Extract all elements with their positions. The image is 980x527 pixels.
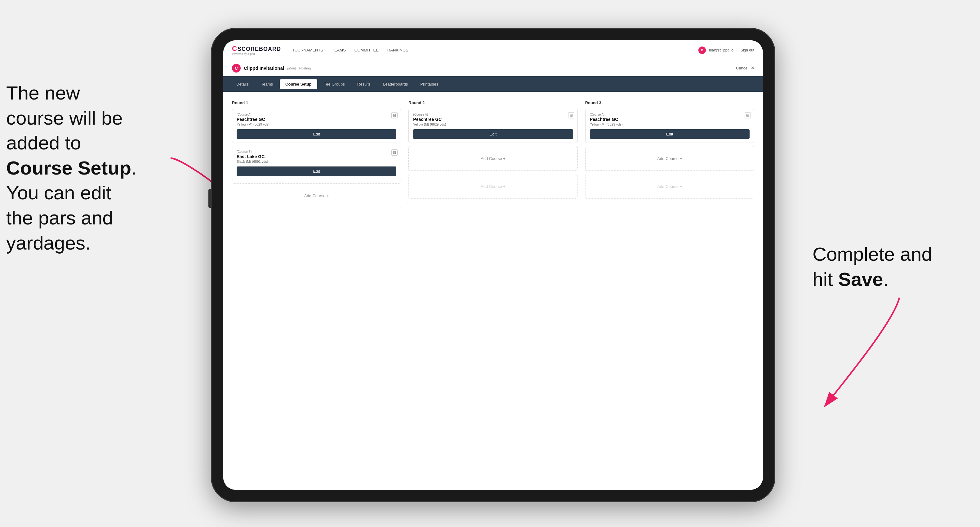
brand-logo-c: C	[232, 44, 237, 53]
avatar: B	[698, 46, 706, 54]
tab-leaderboards[interactable]: Leaderboards	[377, 79, 414, 89]
nav-user: B blair@clippd.io | Sign out	[698, 46, 754, 54]
round-1-column: Round 1 ⊟ (Course A) Peachtree GC Yellow…	[232, 100, 401, 211]
add-course-r3[interactable]: Add Course +	[585, 146, 754, 171]
nav-links: TOURNAMENTS TEAMS COMMITTEE RANKINGS	[292, 48, 698, 52]
nav-rankings[interactable]: RANKINGS	[387, 48, 409, 52]
main-content: Round 1 ⊟ (Course A) Peachtree GC Yellow…	[223, 92, 763, 490]
edit-button-r3-a[interactable]: Edit	[590, 129, 749, 139]
annotation-right: Complete and hit Save.	[813, 242, 974, 292]
tabs-bar: Details Teams Course Setup Tee Groups Re…	[223, 76, 763, 92]
brand: C SCOREBOARD Powered by clippd	[232, 44, 281, 56]
course-card-r1-a: ⊟ (Course A) Peachtree GC Yellow (M) (66…	[232, 109, 401, 143]
tournament-info: C Clippd Invitational (Men) Hosting	[232, 64, 311, 73]
tablet-device: C SCOREBOARD Powered by clippd TOURNAMEN…	[211, 28, 775, 502]
cancel-button[interactable]: Cancel ✕	[736, 66, 754, 70]
course-card-r3-a: ⊟ (Course A) Peachtree GC Yellow (M) (66…	[585, 109, 754, 143]
delete-course-r1-a[interactable]: ⊟	[391, 112, 398, 118]
delete-course-r3-a[interactable]: ⊟	[745, 112, 751, 118]
tab-course-setup[interactable]: Course Setup	[280, 79, 317, 89]
brand-title: SCOREBOARD	[237, 46, 281, 52]
tab-teams[interactable]: Teams	[256, 79, 278, 89]
course-label-r3-a: (Course A)	[590, 113, 749, 116]
round-3-column: Round 3 ⊟ (Course A) Peachtree GC Yellow…	[585, 100, 754, 211]
course-card-r2-a: ⊟ (Course A) Peachtree GC Yellow (M) (66…	[409, 109, 578, 143]
tournament-bar: C Clippd Invitational (Men) Hosting Canc…	[223, 60, 763, 76]
nav-tournaments[interactable]: TOURNAMENTS	[292, 48, 323, 52]
course-details-r1-a: Yellow (M) (6629 yds)	[237, 122, 396, 126]
nav-separator: |	[737, 48, 738, 52]
tournament-name: Clippd Invitational	[244, 65, 284, 71]
arrow-right	[800, 291, 918, 415]
nav-teams[interactable]: TEAMS	[332, 48, 346, 52]
round-3-title: Round 3	[585, 100, 754, 105]
delete-course-r2-a[interactable]: ⊟	[568, 112, 574, 118]
tab-tee-groups[interactable]: Tee Groups	[318, 79, 350, 89]
user-email: blair@clippd.io	[709, 48, 733, 52]
tablet-screen: C SCOREBOARD Powered by clippd TOURNAMEN…	[223, 40, 763, 490]
tablet-side-button	[208, 189, 211, 208]
edit-button-r2-a[interactable]: Edit	[413, 129, 573, 139]
tab-printables[interactable]: Printables	[415, 79, 444, 89]
course-name-r2-a: Peachtree GC	[413, 117, 573, 122]
course-label-r1-a: (Course A)	[237, 113, 396, 116]
sign-out-link[interactable]: Sign out	[741, 48, 754, 52]
add-course-r1[interactable]: Add Course +	[232, 183, 401, 208]
round-1-title: Round 1	[232, 100, 401, 105]
tournament-gender: (Men)	[287, 66, 296, 70]
tab-details[interactable]: Details	[231, 79, 254, 89]
edit-button-r1-a[interactable]: Edit	[237, 129, 396, 139]
tournament-logo: C	[232, 64, 241, 73]
course-label-r2-a: (Course A)	[413, 113, 573, 116]
add-course-r3-disabled: Add Course +	[585, 174, 754, 199]
tab-results[interactable]: Results	[352, 79, 376, 89]
course-name-r1-b: East Lake GC	[237, 154, 396, 159]
tournament-status: Hosting	[299, 66, 311, 70]
course-label-r1-b: (Course B)	[237, 150, 396, 154]
course-name-r3-a: Peachtree GC	[590, 117, 749, 122]
course-details-r2-a: Yellow (M) (6629 yds)	[413, 122, 573, 126]
nav-committee[interactable]: COMMITTEE	[355, 48, 379, 52]
brand-subtitle: Powered by clippd	[232, 53, 281, 56]
edit-button-r1-b[interactable]: Edit	[237, 167, 396, 176]
cancel-icon: ✕	[751, 66, 754, 70]
course-details-r3-a: Yellow (M) (6629 yds)	[590, 122, 749, 126]
rounds-grid: Round 1 ⊟ (Course A) Peachtree GC Yellow…	[232, 100, 754, 211]
add-course-r2[interactable]: Add Course +	[409, 146, 578, 171]
round-2-title: Round 2	[409, 100, 578, 105]
delete-course-r1-b[interactable]: ⊟	[391, 149, 398, 156]
course-details-r1-b: Black (M) (6891 yds)	[237, 160, 396, 163]
add-course-r2-disabled: Add Course +	[409, 174, 578, 199]
course-card-r1-b: ⊟ (Course B) East Lake GC Black (M) (689…	[232, 146, 401, 180]
course-name-r1-a: Peachtree GC	[237, 117, 396, 122]
navbar: C SCOREBOARD Powered by clippd TOURNAMEN…	[223, 40, 763, 60]
round-2-column: Round 2 ⊟ (Course A) Peachtree GC Yellow…	[409, 100, 578, 211]
